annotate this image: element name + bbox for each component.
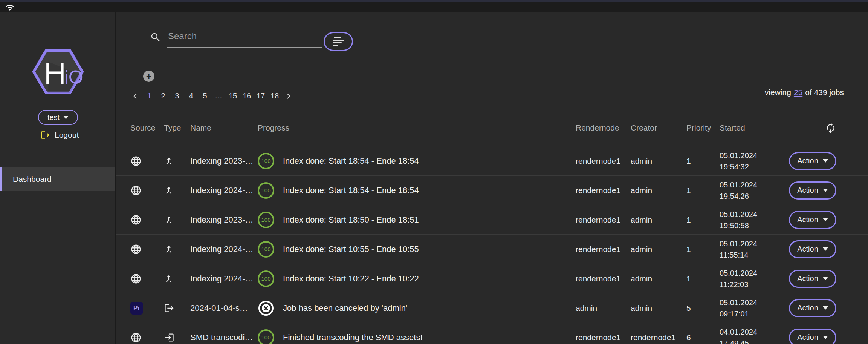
top-bar (0, 2, 868, 12)
type-cell (164, 215, 190, 225)
logout-label: Logout (55, 131, 79, 140)
job-status: Index done: Start 10:22 - Ende 10:22 (283, 274, 576, 284)
progress-cell: 100 (258, 212, 283, 228)
job-status: Index done: Start 18:54 - Ende 18:54 (283, 186, 576, 195)
viewing-summary: viewing 25 of 439 jobs (765, 88, 844, 97)
pagination-prev-button[interactable] (130, 92, 140, 100)
job-started: 05.01.2024 19:54:26 (720, 179, 789, 202)
merge-type-icon (164, 186, 174, 195)
job-priority: 1 (686, 215, 720, 224)
viewing-suffix: of 439 jobs (805, 88, 844, 97)
sidebar-item-dashboard[interactable]: Dashboard (0, 167, 115, 191)
job-creator: admin (631, 274, 686, 283)
caret-down-icon (63, 116, 69, 119)
type-cell (164, 244, 190, 254)
job-name: SMD transcodi… (190, 333, 258, 342)
action-button[interactable]: Action (789, 152, 836, 170)
pagination-page-5[interactable]: 5 (200, 92, 210, 100)
job-name: Indexing 2024-… (190, 186, 258, 195)
globe-icon (130, 332, 142, 343)
job-priority: 1 (686, 157, 720, 166)
progress-ring: 100 (258, 241, 274, 258)
action-button[interactable]: Action (789, 270, 836, 288)
pagination-page-3[interactable]: 3 (172, 92, 182, 100)
pagination-page-17[interactable]: 17 (256, 92, 266, 100)
col-progress: Progress (258, 123, 283, 132)
globe-icon (130, 273, 142, 284)
pagination-page-4[interactable]: 4 (186, 92, 196, 100)
progress-ring: 100 (258, 153, 274, 169)
pagination-page-2[interactable]: 2 (158, 92, 168, 100)
jobs-table: Source Type Name Progress Rendernode Cre… (116, 120, 868, 344)
type-cell (164, 186, 190, 195)
add-job-button[interactable]: + (143, 71, 154, 82)
table-row: Indexing 2023-… 100 Index done: Start 18… (116, 146, 868, 176)
viewing-prefix: viewing (765, 88, 791, 97)
canceled-icon (258, 300, 274, 316)
pagination-page-18[interactable]: 18 (270, 92, 280, 100)
action-button[interactable]: Action (789, 240, 836, 258)
action-button[interactable]: Action (789, 299, 836, 317)
job-priority: 1 (686, 245, 720, 254)
merge-type-icon (164, 274, 174, 284)
col-rendernode: Rendernode (576, 123, 631, 132)
job-status: Job has been canceled by 'admin' (283, 303, 576, 313)
job-rendernode: rendernode1 (576, 157, 631, 166)
job-name: Indexing 2024-… (190, 244, 258, 254)
progress-ring: 100 (258, 212, 274, 228)
action-button[interactable]: Action (789, 181, 836, 200)
sidebar: H iO test Logout Dashboard (0, 12, 116, 344)
col-name: Name (190, 123, 258, 132)
source-cell (130, 185, 164, 196)
caret-down-icon (823, 189, 828, 192)
job-name: 2024-01-04-s… (190, 303, 258, 313)
pagination-pages: 12345…15161718 (144, 92, 280, 100)
col-type: Type (164, 123, 190, 132)
job-creator: admin (631, 215, 686, 224)
col-source: Source (130, 123, 164, 132)
source-cell (130, 332, 164, 343)
action-button[interactable]: Action (789, 329, 836, 344)
logo-letters-io: iO (64, 67, 83, 88)
job-started: 05.01.2024 09:17:01 (720, 297, 789, 319)
pagination-ellipsis: … (214, 92, 224, 100)
table-header: Source Type Name Progress Rendernode Cre… (116, 120, 868, 136)
refresh-button[interactable] (825, 122, 836, 134)
pagination-page-15[interactable]: 15 (228, 92, 238, 100)
job-status: Index done: Start 18:54 - Ende 18:54 (283, 156, 576, 166)
progress-cell: 100 (258, 270, 283, 287)
pagination-next-button[interactable] (284, 92, 293, 100)
job-creator: admin (631, 186, 686, 195)
main-content: + 12345…15161718 viewing 25 of 439 jobs … (116, 12, 868, 344)
search-input[interactable] (167, 29, 322, 48)
sidebar-item-label: Dashboard (13, 175, 52, 184)
globe-icon (130, 214, 142, 226)
job-status: Finished transcoding the SMD assets! (283, 333, 576, 342)
pagination-page-16[interactable]: 16 (242, 92, 252, 100)
pagination-page-1[interactable]: 1 (144, 92, 154, 100)
job-priority: 1 (686, 186, 720, 195)
filter-button[interactable] (324, 32, 353, 51)
caret-down-icon (823, 306, 828, 310)
job-status: Index done: Start 18:50 - Ende 18:51 (283, 215, 576, 225)
viewing-count-link[interactable]: 25 (794, 88, 802, 97)
job-started: 05.01.2024 19:54:32 (720, 150, 789, 172)
user-menu-button[interactable]: test (38, 110, 78, 125)
job-status: Index done: Start 10:55 - Ende 10:55 (283, 244, 576, 254)
progress-cell: 100 (258, 241, 283, 258)
type-cell (164, 274, 190, 284)
filter-lines-icon (333, 37, 344, 46)
logout-button[interactable]: Logout (40, 130, 79, 140)
job-priority: 5 (686, 304, 720, 313)
search-bar (150, 29, 322, 48)
app-logo: H iO (31, 47, 86, 96)
action-button[interactable]: Action (789, 211, 836, 229)
source-cell (130, 155, 164, 167)
type-cell (164, 332, 190, 343)
job-rendernode: rendernode1 (576, 186, 631, 195)
job-name: Indexing 2023-… (190, 215, 258, 225)
caret-down-icon (823, 218, 828, 221)
source-cell (130, 214, 164, 226)
job-started: 05.01.2024 11:22:03 (720, 267, 789, 290)
job-priority: 6 (686, 333, 720, 342)
